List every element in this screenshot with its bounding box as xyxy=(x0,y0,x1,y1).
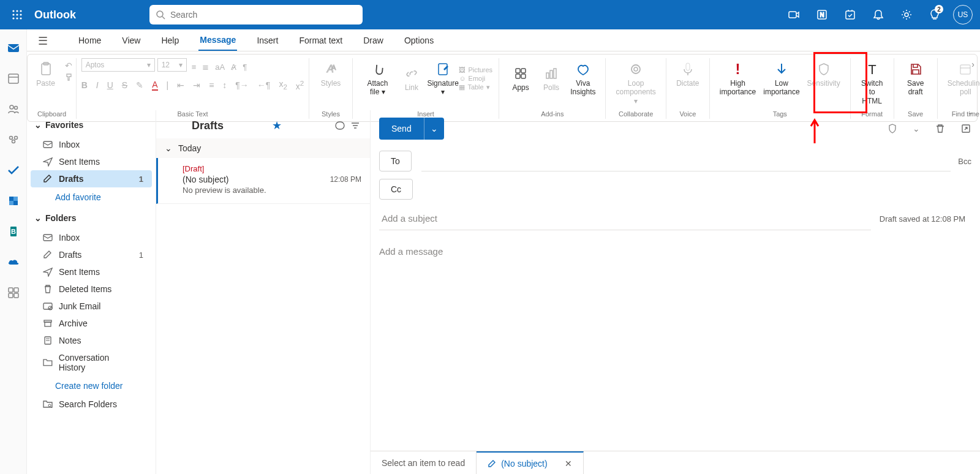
folder-conversation-history[interactable]: Conversation History xyxy=(31,349,152,376)
folder-search-folders[interactable]: Search Folders xyxy=(31,396,152,413)
favorites-sent[interactable]: Sent Items xyxy=(31,153,152,170)
tab-insert[interactable]: Insert xyxy=(255,29,279,51)
chevron-down-icon: ⌄ xyxy=(34,213,42,223)
paste-button: Paste xyxy=(31,58,61,90)
svg-point-15 xyxy=(905,13,908,17)
tab-format-text[interactable]: Format text xyxy=(298,29,344,51)
discard-icon[interactable] xyxy=(935,123,946,134)
favorites-inbox[interactable]: Inbox xyxy=(31,136,152,153)
tab-message[interactable]: Message xyxy=(198,29,237,51)
highlight-icon: ✎ xyxy=(136,80,143,90)
bottom-tab-active[interactable]: (No subject) ✕ xyxy=(477,451,583,474)
folder-drafts[interactable]: Drafts1 xyxy=(31,246,152,263)
message-item[interactable]: [Draft] (No subject) No preview is avail… xyxy=(156,158,370,204)
chevron-down-icon: ⌄ xyxy=(165,143,172,153)
add-favorite-link[interactable]: Add favorite xyxy=(31,187,152,207)
popout-icon[interactable] xyxy=(960,123,971,134)
search-icon xyxy=(156,10,165,20)
org-module-icon[interactable] xyxy=(6,194,21,208)
polls-button: Polls xyxy=(536,58,567,99)
onedrive-module-icon[interactable] xyxy=(6,255,21,269)
tips-icon[interactable]: 2 xyxy=(922,2,947,27)
account-avatar[interactable]: US xyxy=(951,2,975,27)
favorites-header[interactable]: ⌄Favorites xyxy=(31,114,152,136)
nav-toggle-icon[interactable]: ☰ xyxy=(33,31,53,51)
folder-inbox[interactable]: Inbox xyxy=(31,229,152,246)
chevron-down-icon: ⌄ xyxy=(34,120,42,130)
favorite-star-icon[interactable]: ★ xyxy=(272,119,282,132)
svg-rect-45 xyxy=(554,69,556,78)
styles-button: AA Styles xyxy=(315,58,346,90)
people-module-icon[interactable] xyxy=(6,102,21,116)
tab-view[interactable]: View xyxy=(121,29,141,51)
encrypt-icon[interactable] xyxy=(887,123,898,134)
groups-module-icon[interactable] xyxy=(6,132,21,147)
settings-icon[interactable] xyxy=(894,2,919,27)
strike-icon: S xyxy=(122,80,127,90)
undo-icon: ↶ xyxy=(65,61,74,70)
folder-archive[interactable]: Archive xyxy=(31,315,152,332)
to-button[interactable]: To xyxy=(379,151,412,171)
svg-point-1 xyxy=(16,10,18,12)
align-icon: ≡ xyxy=(209,80,214,90)
svg-point-23 xyxy=(12,140,15,143)
table-button: ▦ Table ▾ xyxy=(459,83,492,91)
to-input[interactable] xyxy=(421,151,951,171)
switch-to-html-button[interactable]: T Switch toHTML xyxy=(857,58,888,108)
svg-rect-64 xyxy=(336,122,344,129)
onenote-icon[interactable]: N xyxy=(810,2,834,27)
cc-input[interactable] xyxy=(423,179,971,199)
folder-notes[interactable]: Notes xyxy=(31,332,152,349)
tab-help[interactable]: Help xyxy=(160,29,180,51)
todo-module-icon[interactable] xyxy=(6,163,21,178)
tab-home[interactable]: Home xyxy=(77,29,102,51)
attach-file-button[interactable]: Attach file ▾ xyxy=(359,58,396,99)
high-importance-button[interactable]: ! Highimportance xyxy=(716,58,760,99)
dictate-button: Dictate xyxy=(673,58,703,90)
edit-icon xyxy=(488,459,496,468)
calendar-module-icon[interactable] xyxy=(6,71,21,86)
folder-junk[interactable]: Junk Email xyxy=(31,298,152,315)
send-options-dropdown[interactable]: ⌄ xyxy=(424,118,444,140)
viva-insights-button[interactable]: Viva Insights xyxy=(567,58,599,99)
ribbon-overflow-icon[interactable]: › xyxy=(971,59,974,69)
folder-deleted[interactable]: Deleted Items xyxy=(31,280,152,298)
svg-point-22 xyxy=(14,137,17,140)
encrypt-chevron-icon[interactable]: ⌄ xyxy=(913,124,920,134)
format-painter-icon xyxy=(65,73,74,81)
day-header[interactable]: ⌄Today xyxy=(156,138,370,158)
more-apps-icon[interactable] xyxy=(6,285,21,300)
mail-module-icon[interactable] xyxy=(6,40,21,55)
my-day-icon[interactable] xyxy=(838,2,862,27)
app-launcher-icon[interactable] xyxy=(5,2,29,27)
bcc-toggle[interactable]: Bcc xyxy=(958,157,971,166)
filter-icon[interactable] xyxy=(350,121,360,130)
notifications-icon[interactable] xyxy=(866,2,891,27)
meet-now-icon[interactable] xyxy=(782,2,806,27)
low-importance-button[interactable]: Lowimportance xyxy=(760,58,803,99)
cc-button[interactable]: Cc xyxy=(379,179,413,200)
bottom-tab-placeholder[interactable]: Select an item to read xyxy=(371,451,477,474)
apps-button[interactable]: Apps xyxy=(505,58,536,99)
send-button[interactable]: Send ⌄ xyxy=(379,118,444,140)
create-new-folder-link[interactable]: Create new folder xyxy=(31,376,152,396)
font-size-select: 12▾ xyxy=(157,58,187,72)
bookings-module-icon[interactable]: B xyxy=(6,224,21,239)
folder-pane: ⌄Favorites Inbox Sent Items Drafts1 Add … xyxy=(27,110,156,474)
folder-sent[interactable]: Sent Items xyxy=(31,263,152,280)
folders-header[interactable]: ⌄Folders xyxy=(31,207,152,229)
signature-button[interactable]: Signature▾ xyxy=(427,58,459,99)
subscript-icon: x2 xyxy=(279,79,287,91)
message-body-input[interactable] xyxy=(379,246,971,441)
svg-rect-27 xyxy=(13,201,18,205)
svg-rect-32 xyxy=(9,293,13,298)
search-box[interactable] xyxy=(149,5,363,24)
tab-options[interactable]: Options xyxy=(403,29,435,51)
subject-input[interactable] xyxy=(379,207,871,230)
favorites-drafts[interactable]: Drafts1 xyxy=(31,170,152,187)
search-input[interactable] xyxy=(170,10,356,20)
close-tab-icon[interactable]: ✕ xyxy=(565,459,572,468)
select-mode-icon[interactable] xyxy=(334,120,345,131)
tab-draw[interactable]: Draw xyxy=(362,29,385,51)
save-draft-button[interactable]: Savedraft xyxy=(900,58,931,99)
